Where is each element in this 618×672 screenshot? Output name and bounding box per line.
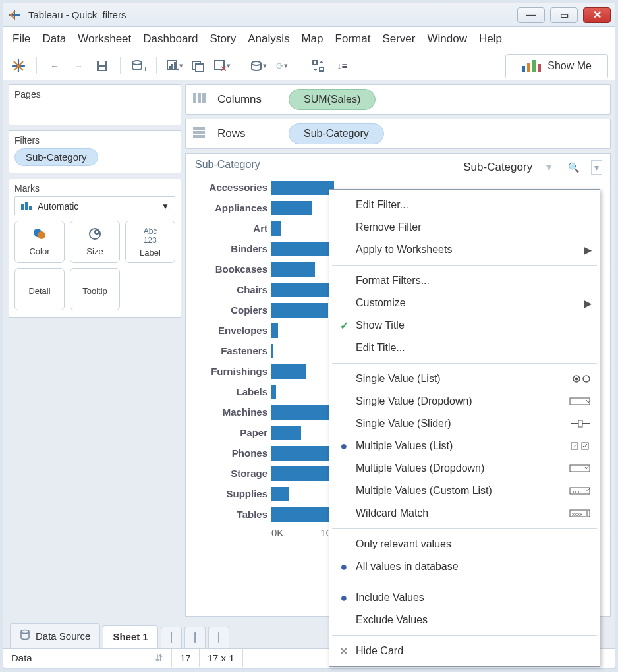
columns-icon <box>192 92 206 107</box>
menu-help[interactable]: Help <box>479 32 502 45</box>
sort-icon[interactable]: ↓≡ <box>333 57 351 74</box>
menu-window[interactable]: Window <box>427 32 466 45</box>
menu-analysis[interactable]: Analysis <box>248 32 289 45</box>
filters-label: Filters <box>14 135 175 146</box>
pages-label: Pages <box>14 89 175 99</box>
status-data-label: Data <box>11 652 32 663</box>
new-worksheet-icon[interactable]: + <box>166 57 183 74</box>
menu-dashboard[interactable]: Dashboard <box>143 32 198 45</box>
svg-text:✕: ✕ <box>220 64 227 72</box>
menu-single-value-slider[interactable]: Single Value (Slider) <box>329 412 600 435</box>
new-story-tab-button[interactable]: + <box>208 627 229 648</box>
marks-size-button[interactable]: Size <box>70 221 120 263</box>
maximize-button[interactable]: ▭ <box>550 7 578 23</box>
menu-file[interactable]: File <box>13 32 30 45</box>
new-dashboard-tab-button[interactable]: + <box>184 627 206 648</box>
new-worksheet-tab-button[interactable]: + <box>161 627 182 648</box>
svg-rect-33 <box>198 93 201 103</box>
category-label: Paper <box>195 427 267 438</box>
filter-pill-subcategory[interactable]: Sub-Category <box>14 148 98 166</box>
tab-data-source[interactable]: Data Source <box>10 623 100 648</box>
rows-pill-subcategory[interactable]: Sub-Category <box>289 123 384 144</box>
menu-show-title[interactable]: ✓Show Title <box>329 314 600 337</box>
category-label: Chairs <box>195 284 267 295</box>
menu-single-value-dropdown[interactable]: Single Value (Dropdown) <box>329 390 600 412</box>
category-label: Fasteners <box>195 345 267 356</box>
category-label: Supplies <box>195 488 267 499</box>
check-icon: ✓ <box>337 320 351 332</box>
category-label: Furnishings <box>195 366 267 377</box>
marks-detail-button[interactable]: Detail <box>14 268 65 310</box>
back-icon[interactable]: ← <box>46 57 63 74</box>
menu-remove-filter[interactable]: Remove Filter <box>329 216 600 238</box>
svg-rect-56 <box>578 420 582 427</box>
filter-search-icon[interactable]: 🔍 <box>565 161 582 174</box>
columns-shelf[interactable]: Columns SUM(Sales) <box>185 84 611 115</box>
menu-only-relevant-values[interactable]: Only relevant values <box>329 533 600 555</box>
swap-icon[interactable] <box>310 57 327 74</box>
filters-shelf[interactable]: Filters Sub-Category <box>9 130 181 173</box>
menu-edit-title[interactable]: Edit Title... <box>329 337 600 359</box>
marks-label-button[interactable]: Abc123 Label <box>125 221 175 263</box>
menu-customize[interactable]: Customize▶ <box>329 292 600 314</box>
menu-all-values-in-database[interactable]: ●All values in database <box>329 555 600 578</box>
menu-exclude-values[interactable]: Exclude Values <box>329 609 600 631</box>
svg-point-38 <box>21 630 29 634</box>
menu-multiple-values-list[interactable]: ●Multiple Values (List) <box>329 435 600 457</box>
data-source-icon <box>20 629 30 643</box>
marks-card: Marks Automatic ▼ Color <box>9 179 181 318</box>
menu-map[interactable]: Map <box>301 32 323 45</box>
menu-hide-card[interactable]: ✕Hide Card <box>329 640 600 662</box>
menu-wildcard-match[interactable]: Wildcard Match xxxx <box>329 502 600 524</box>
refresh-icon[interactable]: ⟳ <box>273 57 291 74</box>
marks-type-value: Automatic <box>38 201 78 211</box>
svg-point-29 <box>38 231 45 239</box>
menu-edit-filter[interactable]: Edit Filter... <box>329 194 600 216</box>
status-dimensions: 17 x 1 <box>208 652 235 663</box>
dropdown-icon <box>569 397 592 406</box>
menu-apply-to-worksheets[interactable]: Apply to Worksheets▶ <box>329 238 600 261</box>
pages-shelf[interactable]: Pages <box>9 84 181 125</box>
columns-pill-sumsales[interactable]: SUM(Sales) <box>289 89 376 110</box>
rows-shelf[interactable]: Rows Sub-Category <box>185 119 611 149</box>
bar <box>271 181 334 195</box>
data-source-icon[interactable]: + <box>130 57 147 74</box>
menu-worksheet[interactable]: Worksheet <box>78 32 131 45</box>
filter-context-menu: Edit Filter... Remove Filter Apply to Wo… <box>329 189 600 667</box>
menu-story[interactable]: Story <box>210 32 236 45</box>
svg-rect-24 <box>320 67 323 71</box>
tab-sheet1[interactable]: Sheet 1 <box>103 625 157 648</box>
marks-color-button[interactable]: Color <box>14 221 65 263</box>
category-label: Phones <box>195 447 267 459</box>
menu-multiple-values-custom-list[interactable]: Multiple Values (Custom List) xxx <box>329 480 600 502</box>
tableau-logo-icon[interactable] <box>10 57 27 74</box>
duplicate-worksheet-icon[interactable] <box>190 57 207 74</box>
menu-data[interactable]: Data <box>42 32 66 45</box>
svg-point-22 <box>252 61 261 65</box>
chart-header: Sub-Category <box>195 159 260 171</box>
svg-text:xxxx: xxxx <box>572 511 582 517</box>
menu-format-filters[interactable]: Format Filters... <box>329 269 600 292</box>
close-button[interactable]: ✕ <box>583 7 611 23</box>
category-label: Binders <box>195 243 267 254</box>
filter-card-header[interactable]: Sub-Category ▼ 🔍 ▾ <box>463 160 602 175</box>
save-icon[interactable] <box>94 57 111 74</box>
connect-icon[interactable] <box>250 57 267 74</box>
filter-funnel-icon[interactable]: ▼ <box>542 161 556 174</box>
minimize-button[interactable]: — <box>517 7 545 23</box>
clear-worksheet-icon[interactable]: ✕ <box>213 57 231 74</box>
menu-single-value-list[interactable]: Single Value (List) <box>329 368 600 390</box>
menu-multiple-values-dropdown[interactable]: Multiple Values (Dropdown) <box>329 457 600 480</box>
wildcard-icon: xxxx <box>569 509 592 518</box>
sort-toggle-icon[interactable]: ⇵ <box>155 652 163 664</box>
menu-include-values[interactable]: ●Include Values <box>329 586 600 609</box>
svg-rect-16 <box>174 62 176 69</box>
forward-icon[interactable]: → <box>70 57 87 74</box>
bar <box>271 364 306 379</box>
menu-server[interactable]: Server <box>382 32 415 45</box>
marks-type-dropdown[interactable]: Automatic ▼ <box>14 196 175 215</box>
marks-tooltip-button[interactable]: Tooltip <box>70 268 120 310</box>
show-me-button[interactable]: Show Me <box>505 54 608 78</box>
filter-menu-icon[interactable]: ▾ <box>591 160 602 175</box>
menu-format[interactable]: Format <box>335 32 371 45</box>
